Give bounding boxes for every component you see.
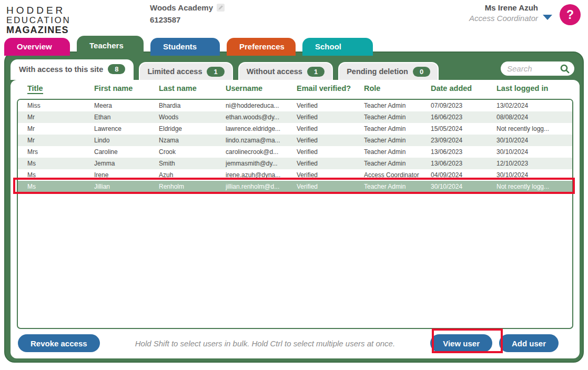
column-header-last-logged-in[interactable]: Last logged in [496,84,572,92]
table-cell: Mrs [27,148,94,156]
subtab-label: With access to this site [19,65,103,74]
user-name: Ms Irene Azuh [469,3,538,12]
column-header-email-verified[interactable]: Email verified? [297,84,364,92]
subtab-label: Pending deletion [347,67,408,76]
table-cell: Azuh [159,171,226,179]
tab-overview[interactable]: Overview [4,38,70,56]
table-cell: Irene [94,171,159,179]
table-cell: Jemma [94,160,159,167]
table-cell: Woods [159,114,226,121]
search-box [501,61,574,76]
school-id: 6123587 [150,15,225,24]
table-cell: Not recently logg... [496,125,572,132]
tab-school[interactable]: School [302,38,373,56]
table-cell: jemmasmith@dy... [226,160,297,167]
table-cell: lawrence.eldridge... [226,125,297,132]
search-icon[interactable] [560,64,570,74]
table-row[interactable]: MsJillianRenholmjillian.renholm@d...Veri… [18,181,572,192]
tab-preferences[interactable]: Preferences [227,38,296,56]
table-area: Title First name Last name Username Emai… [11,80,580,358]
table-cell: Verified [297,183,364,190]
column-header-date-added[interactable]: Date added [431,84,496,92]
subtab-label: Limited access [147,67,202,76]
table-cell: Teacher Admin [364,160,431,167]
table-cell: Crook [159,148,226,156]
table-cell: Renholm [159,183,226,190]
table-cell: Ms [27,171,94,179]
table-cell: Verified [297,114,364,121]
access-subtabs: With access to this site 8 Limited acces… [11,59,439,80]
subtab-pending-deletion[interactable]: Pending deletion 0 [338,62,439,80]
table-cell: Ms [27,160,94,167]
table-cell: Verified [297,160,364,167]
edit-school-icon[interactable] [216,3,225,12]
chevron-down-icon[interactable] [543,15,552,20]
table-row[interactable]: MrEthanWoodsethan.woods@dy...VerifiedTea… [18,111,572,123]
table-cell: 07/09/2023 [431,102,496,109]
column-header-first-name[interactable]: First name [94,84,159,92]
subtab-without-access[interactable]: Without access 1 [238,62,333,80]
column-header-username[interactable]: Username [226,84,297,92]
table-cell: Teacher Admin [364,125,431,132]
table-row[interactable]: MrLawrenceEldridgelawrence.eldridge...Ve… [18,123,572,135]
table-row[interactable]: MrsCarolineCrookcarolinecrook@d...Verifi… [18,146,572,158]
table-cell: Access Coordinator [364,171,431,179]
table-cell: 04/09/2024 [431,171,496,179]
table-cell: ni@hoddereduca... [226,102,297,109]
table-cell: Ethan [94,114,159,121]
table-cell: Teacher Admin [364,114,431,121]
table-cell: 16/06/2023 [431,114,496,121]
table-cell: Teacher Admin [364,137,431,144]
table-cell: Verified [297,171,364,179]
column-header-role[interactable]: Role [364,84,431,92]
tab-teachers[interactable]: Teachers [77,36,144,56]
table-cell: Mr [27,137,94,144]
table-row[interactable]: MsJemmaSmithjemmasmith@dy...VerifiedTeac… [18,158,572,169]
table-cell: 30/10/2024 [431,183,496,190]
user-area: Ms Irene Azuh Access Coordinator ? [469,3,581,25]
logo-line: MAGAZINES [6,25,70,35]
help-button[interactable]: ? [560,4,581,25]
table-row[interactable]: MsIreneAzuhirene.azuh@dyna...VerifiedAcc… [18,169,572,181]
table-cell: Miss [27,102,94,109]
selection-hint: Hold Shift to select users in bulk. Hold… [100,339,431,348]
table-row[interactable]: MissMeeraBhardiani@hoddereduca...Verifie… [18,100,572,111]
table-cell: irene.azuh@dyna... [226,171,297,179]
column-header-title[interactable]: Title [27,84,94,92]
table-cell: Caroline [94,148,159,156]
table-cell: 23/09/2024 [431,137,496,144]
table-cell: 13/06/2023 [431,160,496,167]
table-cell: Nzama [159,137,226,144]
table-body: MissMeeraBhardiani@hoddereduca...Verifie… [17,99,573,329]
subtab-label: Without access [247,67,302,76]
column-header-last-name[interactable]: Last name [159,84,226,92]
revoke-access-button[interactable]: Revoke access [18,334,100,352]
table-cell: 13/02/2024 [496,102,572,109]
logo-line: EDUCATION [6,16,70,25]
table-header-row: Title First name Last name Username Emai… [27,84,572,92]
table-cell: Teacher Admin [364,183,431,190]
search-input[interactable] [507,64,560,73]
count-badge: 0 [413,67,430,77]
subtab-with-access[interactable]: With access to this site 8 [11,59,134,80]
table-cell: Jillian [94,183,159,190]
view-user-button[interactable]: View user [430,334,492,352]
table-cell: Mr [27,125,94,132]
table-row[interactable]: MrLindoNzamalindo.nzama@ma...VerifiedTea… [18,135,572,146]
table-cell: carolinecrook@d... [226,148,297,156]
table-cell: 08/08/2024 [496,114,572,121]
table-cell: Ms [27,183,94,190]
table-cell: Smith [159,160,226,167]
subtab-limited-access[interactable]: Limited access 1 [139,62,232,80]
table-cell: Teacher Admin [364,102,431,109]
add-user-button[interactable]: Add user [499,334,559,352]
table-cell: 12/10/2023 [496,160,572,167]
table-cell: lindo.nzama@ma... [226,137,297,144]
table-cell: 30/10/2024 [496,171,572,179]
table-cell: Verified [297,137,364,144]
tab-students[interactable]: Students [150,38,220,56]
table-cell: Teacher Admin [364,148,431,156]
table-cell: Eldridge [159,125,226,132]
table-cell: Verified [297,102,364,109]
table-cell: Verified [297,148,364,156]
